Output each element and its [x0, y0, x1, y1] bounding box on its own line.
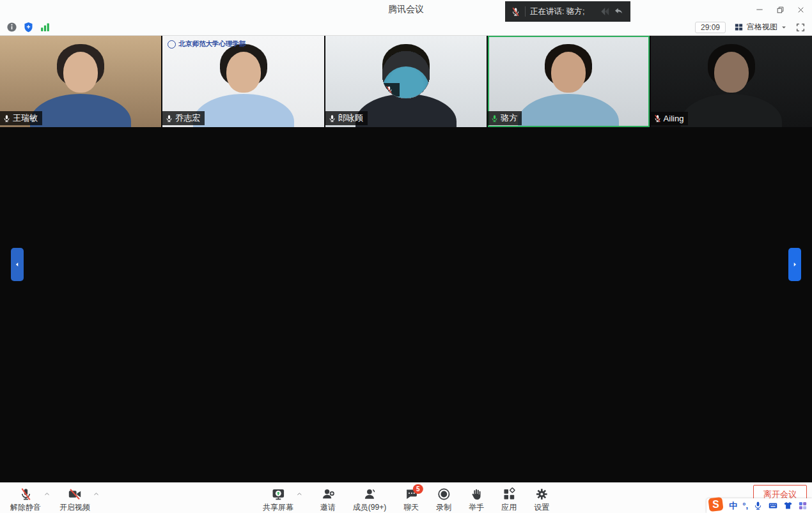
invite-icon — [321, 487, 334, 501]
participant-tile[interactable]: 王瑞敏 — [0, 36, 161, 127]
window-controls — [749, 0, 811, 19]
grid-view-icon — [734, 22, 744, 32]
invite-label: 邀请 — [320, 502, 336, 513]
participant-tile[interactable]: Ailing — [651, 36, 812, 127]
chat-button[interactable]: 5 聊天 — [403, 487, 419, 513]
raise-hand-button[interactable]: 举手 — [469, 487, 484, 513]
start-video-label: 开启视频 — [59, 502, 90, 513]
close-icon — [797, 6, 805, 14]
minimize-icon — [755, 5, 764, 14]
name-tag-row: 乔志宏 — [162, 111, 205, 125]
settings-label: 设置 — [534, 502, 549, 513]
fullscreen-icon — [795, 22, 806, 33]
invite-button[interactable]: 邀请 — [320, 487, 336, 513]
unmute-label: 解除静音 — [10, 502, 41, 513]
info-icon — [6, 22, 17, 33]
restore-button[interactable] — [770, 0, 790, 19]
meeting-timer: 29:09 — [695, 22, 726, 33]
body — [681, 94, 782, 127]
participant-nametag: 郎咏顾 — [325, 111, 368, 125]
caret-down-icon — [781, 24, 787, 31]
name-tag-row: Ailing — [651, 112, 689, 125]
face — [714, 52, 749, 93]
face — [63, 52, 98, 93]
mic-status-icon — [165, 114, 173, 123]
settings-button[interactable]: 设置 — [534, 487, 549, 513]
close-button[interactable] — [790, 0, 811, 19]
banner-arrow-icons — [599, 6, 625, 17]
back-arrows-icon — [599, 6, 612, 17]
body — [30, 94, 131, 127]
participant-tile[interactable]: 骆方 — [488, 36, 649, 127]
network-status-button[interactable] — [40, 22, 51, 33]
raise-hand-label: 举手 — [469, 502, 484, 513]
sogou-icon[interactable]: S — [708, 496, 724, 512]
svg-text:S: S — [712, 499, 719, 510]
security-button[interactable] — [23, 22, 34, 33]
unmute-button[interactable]: 解除静音 — [10, 487, 41, 513]
chevron-up-icon — [296, 491, 303, 497]
ime-language-toggle[interactable]: 中 — [729, 502, 737, 510]
members-button[interactable]: 成员(99+) — [353, 487, 386, 513]
minimize-button[interactable] — [749, 0, 770, 19]
divider — [525, 6, 526, 17]
network-signal-icon — [40, 22, 51, 33]
body — [355, 94, 457, 127]
ime-toolbar[interactable]: S 中 °, — [707, 498, 812, 513]
face — [226, 52, 261, 93]
record-button[interactable]: 录制 — [436, 487, 451, 513]
share-screen-button[interactable]: 共享屏幕 — [263, 487, 293, 513]
participant-name: 乔志宏 — [175, 112, 200, 124]
members-label: 成员(99+) — [353, 502, 386, 513]
audio-options-chevron[interactable] — [43, 491, 51, 497]
participant-name: 骆方 — [501, 112, 517, 124]
triangle-right-icon — [792, 261, 798, 268]
status-bar: 29:09 宫格视图 — [0, 19, 812, 35]
active-speaker-label: 正在讲话: 骆方; — [530, 6, 584, 17]
active-speaker-banner: 正在讲话: 骆方; — [505, 1, 630, 22]
undo-arrow-icon — [613, 6, 625, 17]
meeting-toolbar: 解除静音 开启视频 共享屏幕 邀请 成员(99+) — [0, 482, 812, 513]
participant-tile[interactable]: 北京师范大学心理学部 乔志宏 — [162, 36, 324, 127]
next-page-arrow[interactable] — [788, 248, 801, 281]
video-options-chevron[interactable] — [93, 491, 100, 497]
participant-nametag: 王瑞敏 — [0, 111, 42, 125]
participant-name: Ailing — [664, 114, 684, 123]
titlebar: 腾讯会议 — [0, 0, 812, 19]
mic-muted-icon — [511, 7, 520, 17]
ime-keyboard-icon[interactable] — [768, 501, 778, 510]
participant-name: 郎咏顾 — [338, 112, 363, 124]
university-banner-text: 北京师范大学心理学部 — [178, 40, 246, 49]
record-label: 录制 — [436, 502, 451, 513]
apps-label: 应用 — [501, 502, 517, 513]
settings-gear-icon — [535, 487, 549, 501]
apps-icon — [503, 487, 516, 501]
raise-hand-icon — [470, 487, 483, 501]
mic-muted-icon — [19, 487, 33, 501]
body — [193, 94, 294, 127]
apps-button[interactable]: 应用 — [501, 487, 517, 513]
participant-nametag: Ailing — [651, 112, 689, 125]
share-screen-label: 共享屏幕 — [263, 502, 293, 513]
participant-grid: 王瑞敏 北京师范大学心理学部 乔志宏 — [0, 36, 812, 482]
view-mode-button[interactable]: 宫格视图 — [734, 22, 787, 33]
name-tag-row: 郎咏顾 — [325, 111, 368, 125]
background-banner: 北京师范大学心理学部 — [168, 40, 246, 49]
share-options-chevron[interactable] — [296, 491, 303, 497]
chevron-up-icon — [93, 491, 100, 497]
ime-mic-icon[interactable] — [753, 501, 763, 510]
meeting-info-button[interactable] — [6, 22, 17, 33]
mic-status-icon — [490, 114, 499, 123]
ime-toolbox-icon[interactable] — [798, 501, 808, 510]
fullscreen-button[interactable] — [795, 22, 806, 33]
participant-tile[interactable] — [382, 51, 430, 98]
mic-status-icon — [653, 114, 662, 123]
start-video-button[interactable]: 开启视频 — [59, 487, 90, 513]
members-icon — [363, 487, 376, 501]
ime-skin-icon[interactable] — [783, 501, 793, 510]
chat-unread-badge: 5 — [413, 484, 423, 494]
previous-page-arrow[interactable] — [11, 248, 24, 281]
ime-punctuation-toggle[interactable]: °, — [742, 502, 748, 510]
window-title: 腾讯会议 — [388, 4, 424, 15]
mic-status-icon — [3, 114, 11, 123]
